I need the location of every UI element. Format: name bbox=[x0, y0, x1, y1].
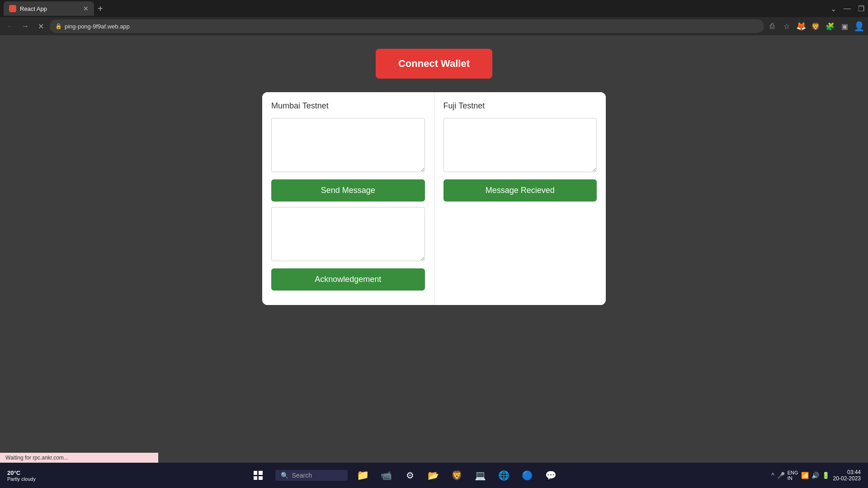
sidebar-icon[interactable]: ▣ bbox=[839, 21, 850, 32]
send-message-button[interactable]: Send Message bbox=[271, 179, 425, 202]
battery-icon[interactable]: 🔋 bbox=[822, 472, 830, 479]
search-label: Search bbox=[292, 472, 312, 479]
code-editor-icon[interactable]: 💻 bbox=[472, 467, 489, 483]
taskbar-center: 🔍 Search 📁 📹 ⚙ 📂 🦁 💻 🌐 🔵 💬 bbox=[43, 465, 764, 485]
fuji-testnet-card: Fuji Testnet Message Recieved bbox=[434, 92, 606, 305]
weather-desc: Partly cloudy bbox=[7, 476, 36, 482]
brave-shields-icon[interactable]: 🦁 bbox=[810, 21, 821, 32]
active-tab[interactable]: React App ✕ bbox=[4, 1, 94, 16]
back-button[interactable]: ← bbox=[4, 20, 16, 33]
nav-bar: ← → ✕ 🔒 ping-pong-9f9af.web.app ⎙ ☆ 🦊 🦁 … bbox=[0, 17, 868, 35]
win-grid-cell-2 bbox=[259, 471, 263, 475]
mumbai-testnet-card: Mumbai Testnet Send Message Acknowledgem… bbox=[262, 92, 434, 305]
language-label: ENGIN bbox=[788, 470, 798, 481]
video-call-icon[interactable]: 📹 bbox=[378, 467, 395, 483]
system-tray: ^ 🎤 ENGIN 📶 🔊 🔋 bbox=[771, 470, 829, 481]
clock-time: 03:44 bbox=[833, 469, 861, 475]
fuji-message-input[interactable] bbox=[443, 118, 597, 172]
windows-start-button[interactable] bbox=[248, 465, 268, 485]
windows-logo bbox=[254, 471, 263, 480]
volume-icon[interactable]: 🔊 bbox=[811, 472, 819, 479]
win-grid-cell-4 bbox=[259, 476, 263, 480]
app-icon-2[interactable]: 🌐 bbox=[496, 467, 512, 483]
chrome-icon[interactable]: 🔵 bbox=[519, 467, 536, 483]
profile-icon[interactable]: 👤 bbox=[854, 21, 864, 32]
bookmark-icon[interactable]: ☆ bbox=[781, 21, 792, 32]
message-received-button[interactable]: Message Recieved bbox=[443, 179, 597, 202]
connect-wallet-button[interactable]: Connect Wallet bbox=[376, 49, 492, 79]
browser-chrome: React App ✕ + ⌄ — ❐ ← → ✕ 🔒 ping-pong-9f… bbox=[0, 0, 868, 35]
clock[interactable]: 03:44 20-02-2023 bbox=[833, 469, 861, 482]
taskbar-left: 20°C Partly cloudy bbox=[0, 469, 43, 482]
win-grid-cell-1 bbox=[254, 471, 258, 475]
acknowledgement-button[interactable]: Acknowledgement bbox=[271, 268, 425, 291]
fuji-card-title: Fuji Testnet bbox=[443, 101, 597, 111]
tab-close-button[interactable]: ✕ bbox=[83, 5, 89, 12]
mumbai-ack-input[interactable] bbox=[271, 207, 425, 261]
tab-list-button[interactable]: ⌄ bbox=[830, 5, 836, 13]
folder-icon[interactable]: 📂 bbox=[425, 467, 442, 483]
mic-icon[interactable]: 🎤 bbox=[777, 472, 785, 479]
discord-icon[interactable]: 💬 bbox=[543, 467, 559, 483]
settings-icon[interactable]: ⚙ bbox=[402, 467, 418, 483]
network-icon[interactable]: 📶 bbox=[801, 472, 809, 479]
window-controls: ⌄ — ❐ bbox=[830, 5, 864, 13]
weather-temp: 20°C bbox=[7, 469, 36, 476]
minimize-button[interactable]: — bbox=[844, 5, 851, 13]
file-explorer-icon[interactable]: 📁 bbox=[355, 467, 371, 483]
clock-date: 20-02-2023 bbox=[833, 475, 861, 482]
tab-title: React App bbox=[20, 5, 80, 12]
tab-bar: React App ✕ + ⌄ — ❐ bbox=[0, 0, 868, 17]
forward-button[interactable]: → bbox=[19, 20, 32, 33]
metamask-icon[interactable]: 🦊 bbox=[796, 21, 807, 32]
mumbai-card-title: Mumbai Testnet bbox=[271, 101, 425, 111]
nav-right-icons: ⎙ ☆ 🦊 🦁 🧩 ▣ 👤 bbox=[767, 21, 864, 32]
taskbar-search[interactable]: 🔍 Search bbox=[275, 470, 348, 481]
address-text: ping-pong-9f9af.web.app bbox=[65, 23, 130, 30]
mumbai-message-input[interactable] bbox=[271, 118, 425, 172]
weather-widget: 20°C Partly cloudy bbox=[4, 469, 39, 482]
address-bar[interactable]: 🔒 ping-pong-9f9af.web.app bbox=[50, 19, 764, 33]
reload-button[interactable]: ✕ bbox=[34, 20, 47, 33]
restore-button[interactable]: ❐ bbox=[858, 5, 864, 13]
brave-icon[interactable]: 🦁 bbox=[449, 467, 465, 483]
new-tab-button[interactable]: + bbox=[94, 4, 107, 14]
status-bar: Waiting for rpc.ankr.com... bbox=[0, 453, 158, 463]
extensions-icon[interactable]: 🧩 bbox=[825, 21, 835, 32]
taskbar: Waiting for rpc.ankr.com... 20°C Partly … bbox=[0, 463, 868, 488]
tab-favicon bbox=[9, 5, 16, 12]
show-hidden-icons[interactable]: ^ bbox=[771, 472, 774, 479]
lock-icon: 🔒 bbox=[55, 23, 62, 29]
share-icon[interactable]: ⎙ bbox=[767, 21, 778, 32]
win-grid-cell-3 bbox=[254, 476, 258, 480]
taskbar-right: ^ 🎤 ENGIN 📶 🔊 🔋 03:44 20-02-2023 bbox=[764, 469, 868, 482]
search-icon: 🔍 bbox=[281, 472, 288, 479]
app-content: Connect Wallet Mumbai Testnet Send Messa… bbox=[0, 35, 868, 463]
cards-container: Mumbai Testnet Send Message Acknowledgem… bbox=[262, 92, 606, 305]
